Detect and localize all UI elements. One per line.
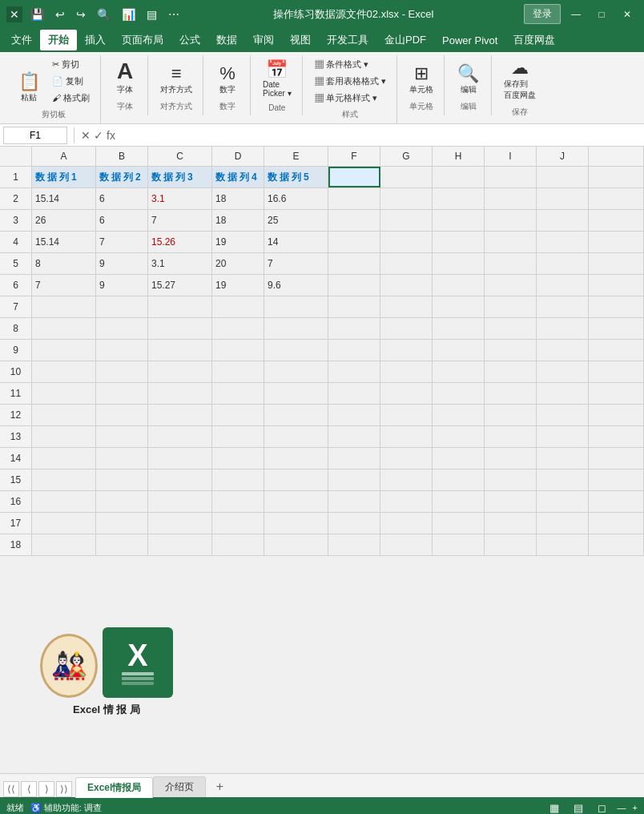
- cell-I11[interactable]: [485, 383, 537, 404]
- cell-J13[interactable]: [537, 426, 589, 447]
- cell-I6[interactable]: [485, 275, 537, 296]
- cell-F10[interactable]: [328, 361, 380, 382]
- cell-J2[interactable]: [537, 188, 589, 209]
- cell-D7[interactable]: [212, 296, 264, 317]
- cell-E11[interactable]: [264, 383, 328, 404]
- cell-H7[interactable]: [433, 296, 485, 317]
- cell-H13[interactable]: [433, 426, 485, 447]
- cell-H6[interactable]: [433, 275, 485, 296]
- cell-A15[interactable]: [32, 469, 96, 490]
- cell-rest-6[interactable]: [589, 275, 644, 296]
- sheet-tab-excel-intel[interactable]: Excel情报局: [75, 777, 153, 798]
- cell-J12[interactable]: [537, 405, 589, 425]
- col-header-H[interactable]: H: [433, 147, 485, 166]
- cell-J14[interactable]: [537, 448, 589, 469]
- maximize-btn[interactable]: □: [591, 4, 612, 25]
- cell-C7[interactable]: [148, 296, 212, 317]
- cell-B6[interactable]: 9: [96, 275, 148, 296]
- cell-B5[interactable]: 9: [96, 253, 148, 274]
- cell-I12[interactable]: [485, 405, 537, 425]
- cell-A3[interactable]: 26: [32, 210, 96, 231]
- cell-E4[interactable]: 14: [264, 232, 328, 252]
- cell-H14[interactable]: [433, 448, 485, 469]
- formula-input[interactable]: [119, 127, 641, 144]
- format-painter-button[interactable]: 🖌 格式刷: [48, 91, 94, 106]
- cell-J11[interactable]: [537, 383, 589, 404]
- menu-item-review[interactable]: 审阅: [245, 30, 282, 50]
- cell-H10[interactable]: [433, 361, 485, 382]
- cell-F14[interactable]: [328, 448, 380, 469]
- cell-G15[interactable]: [380, 469, 433, 490]
- cell-J7[interactable]: [537, 296, 589, 317]
- cell-G16[interactable]: [380, 491, 433, 512]
- cell-J16[interactable]: [537, 491, 589, 512]
- cell-A1[interactable]: 数据列1: [32, 167, 96, 187]
- sheet-nav-next[interactable]: ⟩: [38, 781, 54, 797]
- sheet-nav-prev[interactable]: ⟨: [21, 781, 37, 797]
- more-quick-btn[interactable]: ⋯: [165, 6, 183, 22]
- date-picker-button[interactable]: 📅 DatePicker ▾: [259, 58, 296, 100]
- cell-I17[interactable]: [485, 513, 537, 534]
- cell-I13[interactable]: [485, 426, 537, 447]
- cell-I2[interactable]: [485, 188, 537, 209]
- cell-A4[interactable]: 15.14: [32, 232, 96, 252]
- cell-H18[interactable]: [433, 534, 485, 555]
- sheet-tab-intro[interactable]: 介绍页: [153, 776, 206, 797]
- col-header-D[interactable]: D: [212, 147, 264, 166]
- login-button[interactable]: 登录: [524, 4, 561, 24]
- cell-D2[interactable]: 18: [212, 188, 264, 209]
- cell-F15[interactable]: [328, 469, 380, 490]
- cell-H5[interactable]: [433, 253, 485, 274]
- page-layout-view-btn[interactable]: ▤: [570, 799, 587, 814]
- menu-item-formula[interactable]: 公式: [171, 30, 208, 50]
- cell-E12[interactable]: [264, 405, 328, 425]
- col-header-E[interactable]: E: [264, 147, 328, 166]
- cell-F2[interactable]: [328, 188, 380, 209]
- cell-F9[interactable]: [328, 340, 380, 361]
- cell-J9[interactable]: [537, 340, 589, 361]
- cell-rest-2[interactable]: [589, 188, 644, 209]
- cell-A16[interactable]: [32, 491, 96, 512]
- cell-A12[interactable]: [32, 405, 96, 425]
- table-format-button[interactable]: ▦ 套用表格格式 ▾: [311, 74, 390, 89]
- cell-G13[interactable]: [380, 426, 433, 447]
- cell-B7[interactable]: [96, 296, 148, 317]
- cell-rest-14[interactable]: [589, 448, 644, 469]
- cell-A2[interactable]: 15.14: [32, 188, 96, 209]
- cell-C11[interactable]: [148, 383, 212, 404]
- col-header-C[interactable]: C: [148, 147, 212, 166]
- cell-rest-5[interactable]: [589, 253, 644, 274]
- cells-button[interactable]: ⊞ 单元格: [405, 62, 437, 98]
- cell-D9[interactable]: [212, 340, 264, 361]
- menu-item-power-pivot[interactable]: Power Pivot: [434, 31, 505, 50]
- cell-H9[interactable]: [433, 340, 485, 361]
- cell-E8[interactable]: [264, 318, 328, 339]
- cell-D3[interactable]: 18: [212, 210, 264, 231]
- col-header-G[interactable]: G: [380, 147, 433, 166]
- cell-B16[interactable]: [96, 491, 148, 512]
- menu-item-baidu[interactable]: 百度网盘: [505, 30, 563, 50]
- col-header-J[interactable]: J: [537, 147, 589, 166]
- undo-btn[interactable]: ↩: [52, 6, 68, 22]
- cell-I5[interactable]: [485, 253, 537, 274]
- cell-I7[interactable]: [485, 296, 537, 317]
- menu-item-developer[interactable]: 开发工具: [319, 30, 376, 50]
- cell-F6[interactable]: [328, 275, 380, 296]
- cell-B1[interactable]: 数据列2: [96, 167, 148, 187]
- number-button[interactable]: % 数字: [211, 62, 244, 98]
- sheet-nav-last[interactable]: ⟩⟩: [56, 781, 72, 797]
- cell-rest-16[interactable]: [589, 491, 644, 512]
- cell-F16[interactable]: [328, 491, 380, 512]
- cell-rest-11[interactable]: [589, 383, 644, 404]
- cell-C18[interactable]: [148, 534, 212, 555]
- cell-B12[interactable]: [96, 405, 148, 425]
- cell-F4[interactable]: [328, 232, 380, 252]
- cell-J6[interactable]: [537, 275, 589, 296]
- cell-B8[interactable]: [96, 318, 148, 339]
- cell-G4[interactable]: [380, 232, 433, 252]
- find-quick-btn[interactable]: 🔍: [94, 6, 114, 22]
- cell-rest-7[interactable]: [589, 296, 644, 317]
- confirm-formula-icon[interactable]: ✓: [94, 129, 103, 142]
- cell-D15[interactable]: [212, 469, 264, 490]
- cell-B11[interactable]: [96, 383, 148, 404]
